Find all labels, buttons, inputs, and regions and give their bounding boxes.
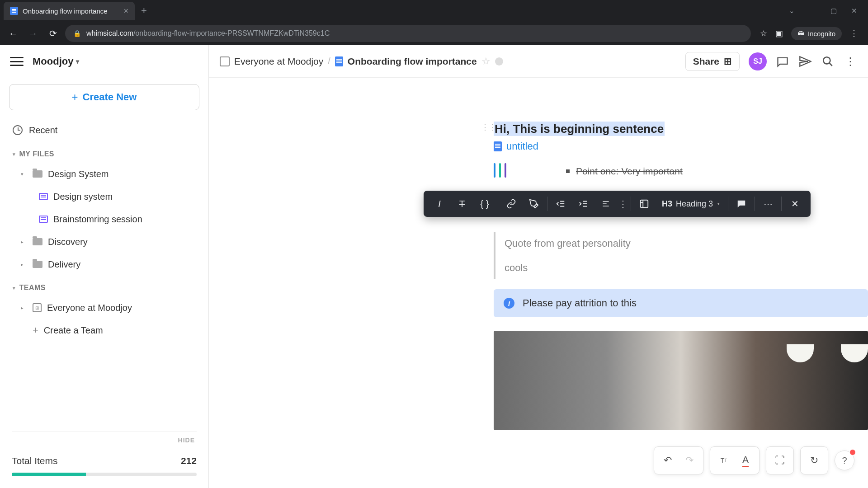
breadcrumb: Everyone at Moodjoy / Onboarding flow im… bbox=[220, 56, 503, 67]
browser-chrome: Onboarding flow importance × + ⌄ — ▢ ✕ ←… bbox=[0, 0, 868, 45]
tab-title: Onboarding flow importance bbox=[23, 7, 119, 15]
info-icon: i bbox=[504, 298, 514, 309]
crumb-doc[interactable]: Onboarding flow importance bbox=[348, 56, 477, 67]
topbar: Everyone at Moodjoy / Onboarding flow im… bbox=[209, 45, 868, 78]
sidebar: Moodjoy Create New Recent MY FILES ▾ Des… bbox=[0, 45, 209, 488]
heading-selector[interactable]: H3 Heading 3 bbox=[656, 199, 726, 209]
svg-point-0 bbox=[823, 57, 830, 64]
strikethrough-button[interactable]: T bbox=[451, 193, 473, 214]
comments-icon[interactable] bbox=[776, 55, 789, 68]
text-tools-group: TT A bbox=[710, 446, 760, 474]
indent-button[interactable] bbox=[572, 193, 594, 214]
folder-discovery[interactable]: ▸ Discovery bbox=[9, 230, 199, 253]
favorite-star-icon[interactable]: ☆ bbox=[481, 56, 491, 67]
doc-design-system[interactable]: Design system bbox=[9, 185, 199, 208]
extensions-icon[interactable]: ▣ bbox=[775, 28, 783, 38]
workspace-switcher[interactable]: Moodjoy bbox=[33, 56, 79, 67]
folder-icon bbox=[33, 238, 42, 245]
new-tab-button[interactable]: + bbox=[141, 5, 147, 17]
italic-button[interactable]: I bbox=[428, 193, 451, 214]
redo-button[interactable]: ↷ bbox=[680, 451, 698, 469]
team-everyone[interactable]: ▸ ⊞ Everyone at Moodjoy bbox=[9, 296, 199, 319]
bullet-icon bbox=[566, 169, 570, 173]
quote-block[interactable]: Quote from great personality cools bbox=[494, 232, 868, 279]
usage-progress bbox=[12, 473, 197, 476]
text-format-toolbar: I T { } ⋮ bbox=[424, 191, 811, 217]
text-size-button[interactable]: TT bbox=[715, 451, 733, 469]
code-button[interactable]: { } bbox=[473, 193, 496, 214]
help-button[interactable]: ? bbox=[835, 450, 854, 470]
caret-right-icon: ▸ bbox=[21, 239, 27, 245]
heading-text[interactable]: Hi, This is beginning sentence bbox=[494, 122, 665, 136]
bookmark-icon[interactable]: ☆ bbox=[760, 28, 767, 38]
link-button[interactable] bbox=[500, 193, 523, 214]
incognito-badge[interactable]: 🕶 Incognito bbox=[791, 27, 842, 40]
more-menu-icon[interactable]: ⋮ bbox=[844, 55, 857, 68]
forward-button[interactable]: → bbox=[25, 26, 41, 41]
drag-handle-icon[interactable]: ⋮⋮ bbox=[481, 122, 495, 132]
document-canvas[interactable]: ⋮⋮ Hi, This is beginning sentence untitl… bbox=[209, 78, 868, 488]
share-button[interactable]: Share ⊞ bbox=[685, 52, 740, 71]
tab-bar: Onboarding flow importance × + ⌄ — ▢ ✕ bbox=[0, 0, 868, 22]
align-more-icon[interactable]: ⋮ bbox=[617, 193, 629, 214]
share-add-icon: ⊞ bbox=[724, 56, 732, 67]
doc-brainstorming[interactable]: Brainstomring session bbox=[9, 208, 199, 230]
minimize-icon[interactable]: — bbox=[809, 7, 816, 15]
topbar-right: Share ⊞ SJ ⋮ bbox=[685, 52, 857, 71]
browser-tab[interactable]: Onboarding flow importance × bbox=[4, 2, 135, 20]
create-team-button[interactable]: + Create a Team bbox=[9, 319, 199, 342]
bullet-item[interactable]: Point one: Very important bbox=[566, 166, 868, 177]
back-button[interactable]: ← bbox=[5, 26, 21, 41]
my-files-section[interactable]: MY FILES bbox=[9, 142, 199, 163]
create-new-button[interactable]: Create New bbox=[9, 84, 199, 110]
folder-icon bbox=[33, 170, 42, 178]
doc-icon bbox=[335, 56, 343, 66]
close-window-icon[interactable]: ✕ bbox=[851, 7, 857, 15]
notification-dot-icon bbox=[850, 450, 855, 455]
close-tab-icon[interactable]: × bbox=[123, 6, 128, 16]
maximize-icon[interactable]: ▢ bbox=[830, 7, 837, 15]
address-bar-right: ☆ ▣ 🕶 Incognito ⋮ bbox=[755, 27, 863, 40]
sync-status-icon bbox=[495, 57, 503, 66]
search-icon[interactable] bbox=[821, 55, 835, 68]
caret-right-icon: ▸ bbox=[21, 305, 27, 311]
embedded-image[interactable] bbox=[494, 331, 868, 430]
document-content: ⋮⋮ Hi, This is beginning sentence untitl… bbox=[494, 122, 868, 430]
teams-section[interactable]: TEAMS bbox=[9, 276, 199, 296]
url-text: whimsical.com/onboarding-flow-importance… bbox=[86, 29, 330, 38]
close-toolbar-icon[interactable]: ✕ bbox=[783, 193, 806, 214]
doc-icon bbox=[494, 141, 502, 151]
address-bar: ← → ⟳ 🔒 whimsical.com/onboarding-flow-im… bbox=[0, 22, 868, 45]
folder-delivery[interactable]: ▸ Delivery bbox=[9, 253, 199, 276]
outdent-button[interactable] bbox=[549, 193, 572, 214]
send-icon[interactable] bbox=[798, 55, 812, 68]
team-icon bbox=[220, 56, 230, 66]
more-options-icon[interactable]: ⋯ bbox=[757, 193, 779, 214]
info-callout[interactable]: i Please pay attrition to this bbox=[494, 289, 868, 317]
folder-design-system[interactable]: ▾ Design System bbox=[9, 163, 199, 185]
focus-mode-button[interactable]: ⛶ bbox=[771, 451, 789, 469]
hide-sidebar-button[interactable]: HIDE bbox=[12, 432, 197, 448]
undo-button[interactable]: ↶ bbox=[659, 451, 677, 469]
text-style-button[interactable]: A bbox=[736, 451, 755, 469]
menu-toggle-icon[interactable] bbox=[10, 57, 24, 66]
align-button[interactable] bbox=[594, 193, 617, 214]
browser-menu-icon[interactable]: ⋮ bbox=[850, 28, 858, 38]
crumb-team[interactable]: Everyone at Moodjoy bbox=[234, 56, 323, 67]
url-input[interactable]: 🔒 whimsical.com/onboarding-flow-importan… bbox=[65, 25, 751, 42]
sidebar-nav: Recent MY FILES ▾ Design System Design s… bbox=[0, 117, 208, 343]
doc-favicon-icon bbox=[10, 7, 18, 15]
svg-rect-1 bbox=[641, 200, 648, 208]
history-button[interactable]: ↻ bbox=[805, 451, 823, 469]
undo-redo-group: ↶ ↷ bbox=[654, 446, 703, 474]
comment-button[interactable] bbox=[730, 193, 753, 214]
sidebar-header: Moodjoy bbox=[0, 45, 208, 78]
recent-link[interactable]: Recent bbox=[9, 118, 199, 142]
linked-doc[interactable]: untitled bbox=[494, 141, 868, 152]
layout-button[interactable] bbox=[633, 193, 656, 214]
tab-search-icon[interactable]: ⌄ bbox=[789, 7, 795, 15]
user-avatar[interactable]: SJ bbox=[749, 52, 767, 70]
reload-button[interactable]: ⟳ bbox=[45, 26, 61, 41]
presentation-icon bbox=[39, 216, 48, 223]
highlight-button[interactable] bbox=[523, 193, 545, 214]
